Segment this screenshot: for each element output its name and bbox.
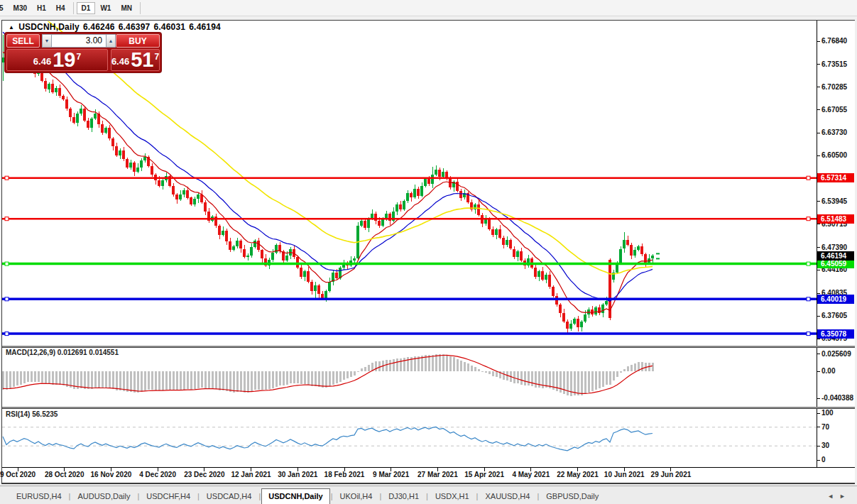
- price-line-badge: 6.45059: [817, 259, 854, 268]
- ohlc-close: 6.46194: [189, 22, 221, 32]
- tab-scroll-right-icon[interactable]: ►: [839, 493, 851, 500]
- date-axis-label: 4 Dec 2020: [132, 471, 183, 478]
- date-axis-label: 9 Oct 2020: [0, 471, 43, 478]
- date-axis-label: 4 May 2021: [506, 471, 557, 478]
- date-axis-label: 27 Mar 2021: [412, 471, 463, 478]
- symbol-tab-usdcnh[interactable]: USDCNH,Daily: [261, 488, 329, 504]
- one-click-trading-panel: SELL ▼ 3.00 ▲ BUY 6.46 19 7 6.46 51 7: [5, 33, 161, 72]
- chart-canvas[interactable]: [0, 0, 857, 486]
- symbol-tab-gbpusd[interactable]: GBPUSD,Daily: [540, 489, 605, 504]
- symbol-tab-usdchf[interactable]: USDCHF,H4: [140, 489, 197, 504]
- rsi-axis-tick: 30: [821, 442, 829, 449]
- price-axis-tick: 6.70285: [821, 83, 847, 91]
- date-axis-label: 15 Apr 2021: [459, 471, 510, 478]
- rsi-axis-tick: 70: [821, 423, 829, 431]
- date-axis-label: 30 Jan 2021: [272, 471, 323, 478]
- date-axis-label: 18 Feb 2021: [319, 471, 370, 478]
- rsi-axis-tick: 0: [821, 456, 826, 464]
- symbol-tab-usdcad[interactable]: USDCAD,H4: [200, 489, 258, 504]
- symbol-tab-ukoil[interactable]: UKOil,H4: [334, 489, 379, 504]
- price-axis-tick: 6.67055: [821, 106, 847, 114]
- date-axis-label: 23 Dec 2020: [179, 471, 230, 478]
- buy-price-sup: 7: [154, 50, 159, 62]
- collapse-indicator-icon[interactable]: ▲: [9, 24, 14, 31]
- date-axis-label: 10 Jun 2021: [599, 471, 650, 478]
- price-axis-tick: 6.63730: [821, 128, 847, 136]
- buy-button[interactable]: BUY: [116, 34, 160, 48]
- macd-axis-tick: -0.040388: [821, 394, 853, 402]
- symbol-tab-usdx[interactable]: USDX,H1: [429, 489, 476, 504]
- rsi-axis-tick: 100: [821, 409, 834, 417]
- price-line-badge: 6.35078: [817, 329, 854, 339]
- volume-decrease-icon[interactable]: ▼: [42, 34, 52, 48]
- symbol-tab-eurusd[interactable]: EURUSD,H4: [10, 489, 68, 504]
- macd-indicator-label: MACD(12,26,9) 0.012691 0.014551: [6, 349, 119, 356]
- date-axis-label: 12 Jan 2021: [226, 471, 277, 478]
- ohlc-open: 6.46246: [83, 22, 115, 32]
- buy-price-big: 51: [131, 50, 153, 70]
- volume-increase-icon[interactable]: ▲: [106, 34, 116, 48]
- symbol-tab-bar: EURUSD,H4|AUDUSD,Daily|USDCHF,H4|USDCAD,…: [0, 486, 857, 504]
- tab-scroll-arrows: ◄►: [827, 493, 851, 500]
- sell-price-quote[interactable]: 6.46 19 7: [6, 49, 108, 71]
- sell-button[interactable]: SELL: [6, 34, 40, 48]
- current-price-badge: 6.46194: [817, 251, 854, 261]
- symbol-tab-dj30[interactable]: DJ30,H1: [382, 489, 425, 504]
- symbol-period-label: USDCNH,Daily: [18, 22, 80, 32]
- price-line-badge: 6.51483: [817, 214, 854, 224]
- price-axis-tick: 6.60500: [821, 151, 847, 159]
- volume-stepper: ▼ 3.00 ▲: [42, 34, 116, 48]
- price-axis-tick: 6.76840: [821, 37, 847, 45]
- sell-price-sup: 7: [76, 50, 81, 62]
- date-axis-label: 9 Mar 2021: [366, 471, 417, 478]
- sell-price-big: 19: [53, 50, 75, 70]
- macd-axis-tick: 0.025609: [821, 350, 851, 358]
- date-axis-label: 29 Jun 2021: [645, 471, 697, 478]
- rsi-indicator-label: RSI(14) 56.5235: [6, 410, 58, 418]
- price-axis-tick: 6.53945: [821, 197, 847, 205]
- buy-price-prefix: 6.46: [111, 56, 129, 70]
- price-axis-tick: 6.73515: [821, 60, 847, 68]
- ohlc-low: 6.46031: [153, 22, 185, 32]
- date-axis-label: 28 Oct 2020: [39, 471, 90, 478]
- date-axis-label: 16 Nov 2020: [85, 471, 136, 478]
- macd-axis-tick: 0.00: [821, 367, 835, 375]
- symbol-tab-xauusd[interactable]: XAUUSD,H4: [479, 489, 536, 504]
- price-line-badge: 6.57314: [817, 173, 854, 182]
- price-axis-tick: 6.37605: [821, 312, 847, 319]
- ohlc-high: 6.46397: [119, 22, 151, 32]
- sell-price-prefix: 6.46: [33, 56, 51, 70]
- tab-scroll-left-icon[interactable]: ◄: [827, 493, 839, 500]
- date-axis-label: 22 May 2021: [552, 471, 604, 478]
- volume-input[interactable]: 3.00: [52, 34, 106, 48]
- buy-price-quote[interactable]: 6.46 51 7: [111, 49, 160, 71]
- symbol-tab-audusd[interactable]: AUDUSD,Daily: [71, 489, 136, 504]
- chart-symbol-header: ▲USDCNH,Daily6.462466.463976.460316.4619…: [9, 22, 221, 32]
- price-line-badge: 6.40019: [817, 295, 854, 304]
- price-axis-tick: 6.47390: [821, 243, 847, 251]
